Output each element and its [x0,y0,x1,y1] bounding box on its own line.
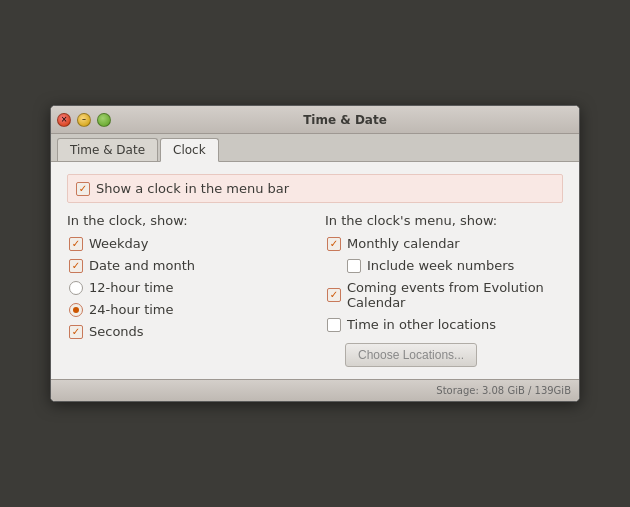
option-12hour: 12-hour time [67,280,305,295]
12hour-radio[interactable] [69,281,83,295]
left-column: In the clock, show: Weekday Date and mon… [67,213,305,367]
show-clock-checkbox[interactable] [76,182,90,196]
close-button[interactable]: × [57,113,71,127]
coming-events-label: Coming events from Evolution Calendar [347,280,563,310]
minimize-button[interactable]: – [77,113,91,127]
24hour-label: 24-hour time [89,302,174,317]
close-icon: × [61,115,68,124]
weekday-label: Weekday [89,236,149,251]
right-column-title: In the clock's menu, show: [325,213,563,228]
titlebar: × – Time & Date [51,106,579,134]
weekday-checkbox[interactable] [69,237,83,251]
statusbar-text: Storage: 3.08 GiB / 139GiB [436,385,571,396]
window-title: Time & Date [117,113,573,127]
show-clock-row: Show a clock in the menu bar [67,174,563,203]
minimize-icon: – [82,115,86,124]
statusbar: Storage: 3.08 GiB / 139GiB [51,379,579,401]
seconds-label: Seconds [89,324,144,339]
monthly-calendar-checkbox[interactable] [327,237,341,251]
week-numbers-checkbox[interactable] [347,259,361,273]
option-weekday: Weekday [67,236,305,251]
right-column: In the clock's menu, show: Monthly calen… [325,213,563,367]
tab-clock[interactable]: Clock [160,138,219,162]
time-locations-checkbox[interactable] [327,318,341,332]
main-window: × – Time & Date Time & Date Clock Show a… [50,105,580,402]
coming-events-checkbox[interactable] [327,288,341,302]
monthly-calendar-label: Monthly calendar [347,236,460,251]
option-monthly-calendar: Monthly calendar [325,236,563,251]
option-date-month: Date and month [67,258,305,273]
option-week-numbers: Include week numbers [325,258,563,273]
12hour-label: 12-hour time [89,280,174,295]
time-locations-label: Time in other locations [347,317,496,332]
option-coming-events: Coming events from Evolution Calendar [325,280,563,310]
left-column-title: In the clock, show: [67,213,305,228]
option-seconds: Seconds [67,324,305,339]
date-month-checkbox[interactable] [69,259,83,273]
maximize-button[interactable] [97,113,111,127]
option-time-locations: Time in other locations [325,317,563,332]
week-numbers-label: Include week numbers [367,258,514,273]
show-clock-label: Show a clock in the menu bar [96,181,289,196]
tab-bar: Time & Date Clock [51,134,579,162]
choose-locations-button[interactable]: Choose Locations... [345,343,477,367]
option-24hour: 24-hour time [67,302,305,317]
date-month-label: Date and month [89,258,195,273]
content-area: Show a clock in the menu bar In the cloc… [51,162,579,379]
24hour-radio[interactable] [69,303,83,317]
tab-time-date[interactable]: Time & Date [57,138,158,161]
options-columns: In the clock, show: Weekday Date and mon… [67,213,563,367]
seconds-checkbox[interactable] [69,325,83,339]
